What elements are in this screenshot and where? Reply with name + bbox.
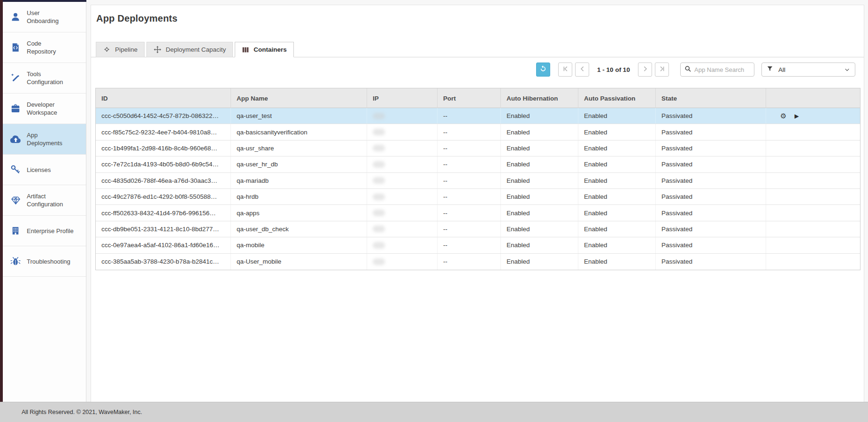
cell-id: ccc-49c27876-ed1c-4292-b0f8-550588… bbox=[96, 189, 231, 204]
cell-actions bbox=[766, 156, 860, 172]
cell-state: Passivated bbox=[656, 237, 766, 253]
cell-port: -- bbox=[438, 221, 501, 237]
cell-state: Passivated bbox=[656, 254, 766, 270]
cell-auto_passivation: Enabled bbox=[578, 221, 656, 237]
cell-auto_passivation: Enabled bbox=[578, 189, 656, 204]
copyright-text: All Rights Reserved. © 2021, WaveMaker, … bbox=[22, 409, 142, 415]
enterprise-profile-icon bbox=[8, 225, 23, 237]
troubleshooting-icon bbox=[8, 255, 23, 267]
app-name-search-box[interactable] bbox=[680, 63, 754, 77]
cell-id: ccc-4835d026-788f-46ea-a76d-30aac3… bbox=[96, 173, 231, 188]
cell-state: Passivated bbox=[656, 221, 766, 237]
tab-deployment-capacity[interactable]: Deployment Capacity bbox=[146, 42, 233, 57]
cell-auto_hibernation: Enabled bbox=[501, 124, 578, 140]
sidebar-item-enterprise-profile[interactable]: Enterprise Profile bbox=[3, 216, 86, 246]
cell-state: Passivated bbox=[656, 205, 766, 220]
cell-auto_passivation: Enabled bbox=[578, 124, 656, 140]
tab-label: Deployment Capacity bbox=[166, 46, 226, 53]
table-row[interactable]: ccc-db9be051-2331-4121-8c10-8bd277…qa-us… bbox=[96, 221, 860, 237]
filter-icon bbox=[767, 65, 773, 74]
cell-auto_passivation: Enabled bbox=[578, 205, 656, 220]
play-icon[interactable]: ▶ bbox=[794, 113, 799, 119]
sidebar-item-artifact-configuration[interactable]: Artifact Configuration bbox=[3, 185, 86, 216]
cell-app_name: qa-User_mobile bbox=[231, 254, 367, 270]
main-content-card: App Deployments PipelineDeployment Capac… bbox=[91, 5, 864, 402]
cell-id: ccc-7e72c1da-4193-4b05-b8d0-6b9c54… bbox=[96, 156, 231, 172]
cell-port: -- bbox=[438, 205, 501, 220]
app-name-search-input[interactable] bbox=[694, 66, 750, 73]
refresh-icon bbox=[539, 65, 547, 74]
sidebar-item-developer-workspace[interactable]: Developer Workspace bbox=[3, 94, 86, 124]
cell-ip bbox=[367, 254, 438, 270]
column-header-app_name: App Name bbox=[231, 88, 367, 108]
cell-app_name: qa-basicsanityverification bbox=[231, 124, 367, 140]
cell-port: -- bbox=[438, 124, 501, 140]
last-page-button[interactable] bbox=[655, 63, 669, 77]
cell-app_name: qa-user_db_check bbox=[231, 221, 367, 237]
sidebar-item-troubleshooting[interactable]: Troubleshooting bbox=[3, 246, 86, 277]
cell-id: ccc-0e97aea4-a5af-4102-86a1-fd60e16… bbox=[96, 237, 231, 253]
cell-actions bbox=[766, 205, 860, 220]
deployment-capacity-icon bbox=[154, 46, 161, 54]
sidebar-item-app-deployments[interactable]: App Deployments bbox=[3, 124, 86, 155]
ip-blur bbox=[373, 242, 385, 249]
cell-actions bbox=[766, 141, 860, 156]
ip-blur bbox=[373, 129, 385, 135]
cell-auto_hibernation: Enabled bbox=[501, 141, 578, 156]
tab-pipeline[interactable]: Pipeline bbox=[96, 42, 145, 57]
next-page-button[interactable] bbox=[638, 63, 652, 77]
ip-blur bbox=[373, 194, 385, 200]
cell-state: Passivated bbox=[656, 173, 766, 188]
table-body: ccc-c5050d64-1452-4c57-872b-086322…qa-us… bbox=[96, 108, 860, 270]
cell-state: Passivated bbox=[656, 156, 766, 172]
sidebar-item-tools-configuration[interactable]: Tools Configuration bbox=[3, 63, 86, 94]
cell-actions bbox=[766, 221, 860, 237]
table-row[interactable]: ccc-0e97aea4-a5af-4102-86a1-fd60e16…qa-m… bbox=[96, 237, 860, 253]
table-row[interactable]: ccc-49c27876-ed1c-4292-b0f8-550588…qa-hr… bbox=[96, 189, 860, 205]
cell-state: Passivated bbox=[656, 108, 766, 124]
cell-ip bbox=[367, 156, 438, 172]
cell-id: ccc-c5050d64-1452-4c57-872b-086322… bbox=[96, 108, 231, 124]
footer: All Rights Reserved. © 2021, WaveMaker, … bbox=[0, 402, 868, 422]
sidebar-item-licenses[interactable]: Licenses bbox=[3, 155, 86, 185]
first-page-button[interactable] bbox=[558, 63, 572, 77]
cell-auto_hibernation: Enabled bbox=[501, 189, 578, 204]
filter-dropdown[interactable]: All bbox=[761, 63, 855, 77]
cell-state: Passivated bbox=[656, 124, 766, 140]
chevron-down-icon bbox=[844, 67, 850, 73]
cell-auto_passivation: Enabled bbox=[578, 141, 656, 156]
cell-auto_hibernation: Enabled bbox=[501, 237, 578, 253]
table-row[interactable]: ccc-1b499fa1-2d98-416b-8c4b-960e68…qa-us… bbox=[96, 141, 860, 156]
cell-app_name: qa-hrdb bbox=[231, 189, 367, 204]
sidebar-item-user-onboarding[interactable]: User Onboarding bbox=[3, 2, 86, 32]
cell-port: -- bbox=[438, 254, 501, 270]
cell-ip bbox=[367, 141, 438, 156]
sidebar: User Onboarding Code Repository Tools Co… bbox=[3, 2, 86, 402]
refresh-button[interactable] bbox=[536, 63, 550, 77]
table-header-row: IDApp NameIPPortAuto HibernationAuto Pas… bbox=[96, 88, 860, 108]
table-row[interactable]: ccc-385aa5ab-3788-4230-b78a-b2841c…qa-Us… bbox=[96, 254, 860, 270]
cell-app_name: qa-user_test bbox=[231, 108, 367, 124]
column-header-actions bbox=[766, 88, 860, 108]
cell-auto_passivation: Enabled bbox=[578, 173, 656, 188]
cell-auto_passivation: Enabled bbox=[578, 156, 656, 172]
tab-containers[interactable]: Containers bbox=[235, 42, 294, 57]
table-row[interactable]: ccc-4835d026-788f-46ea-a76d-30aac3…qa-ma… bbox=[96, 173, 860, 189]
cell-app_name: qa-usr_share bbox=[231, 141, 367, 156]
prev-page-button[interactable] bbox=[575, 63, 589, 77]
table-row[interactable]: ccc-f85c75c2-9232-4ee7-b404-9810a8…qa-ba… bbox=[96, 124, 860, 140]
cell-id: ccc-ff502633-8432-41d4-97b6-996156… bbox=[96, 205, 231, 220]
developer-workspace-icon bbox=[8, 102, 23, 115]
cell-port: -- bbox=[438, 189, 501, 204]
column-header-ip: IP bbox=[367, 88, 438, 108]
artifact-configuration-icon bbox=[8, 194, 23, 206]
table-row[interactable]: ccc-c5050d64-1452-4c57-872b-086322…qa-us… bbox=[96, 108, 860, 124]
table-row[interactable]: ccc-7e72c1da-4193-4b05-b8d0-6b9c54…qa-us… bbox=[96, 156, 860, 172]
cell-actions: ⚙▶ bbox=[766, 108, 860, 124]
cell-ip bbox=[367, 189, 438, 204]
ip-blur bbox=[373, 145, 385, 151]
cell-id: ccc-1b499fa1-2d98-416b-8c4b-960e68… bbox=[96, 141, 231, 156]
gear-icon[interactable]: ⚙ bbox=[780, 112, 786, 119]
table-row[interactable]: ccc-ff502633-8432-41d4-97b6-996156…qa-ap… bbox=[96, 205, 860, 221]
sidebar-item-code-repository[interactable]: Code Repository bbox=[3, 32, 86, 63]
